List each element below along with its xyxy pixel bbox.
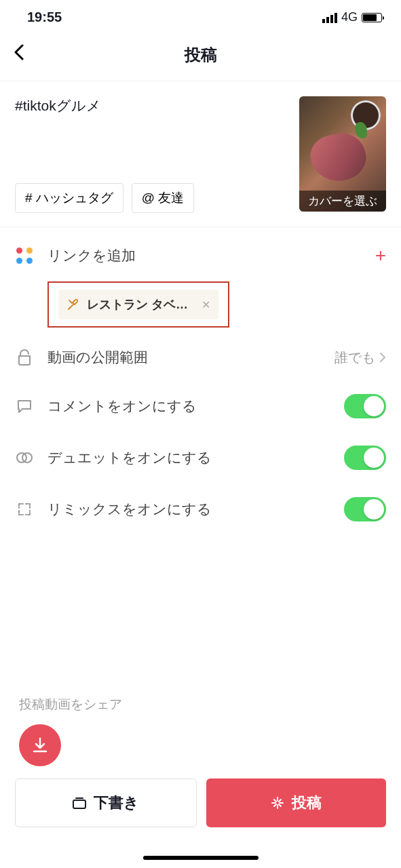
bottom-bar: 下書き 投稿	[0, 778, 401, 827]
caption-area: #tiktokグルメ # ハッシュタグ @ 友達 カバーを選ぶ	[0, 81, 401, 227]
mention-button[interactable]: @ 友達	[132, 183, 195, 213]
privacy-row[interactable]: 動画の公開範囲 誰でも	[0, 334, 401, 380]
signal-icon	[322, 12, 337, 23]
remix-label: リミックスをオンにする	[47, 500, 330, 519]
link-chip-label: レストラン タベ…	[87, 296, 188, 313]
draft-icon	[72, 796, 87, 810]
network-label: 4G	[341, 10, 358, 24]
sparkle-icon	[270, 795, 285, 810]
privacy-value: 誰でも	[335, 349, 375, 367]
comments-toggle[interactable]	[344, 394, 386, 418]
duet-row: デュエットをオンにする	[0, 432, 401, 484]
status-right: 4G	[322, 10, 382, 24]
draft-button[interactable]: 下書き	[15, 778, 197, 827]
add-link-label: リンクを追加	[47, 246, 362, 265]
link-chip-highlight: レストラン タベ… ✕	[47, 281, 229, 328]
status-time: 19:55	[27, 9, 62, 25]
cover-label: カバーを選ぶ	[299, 191, 386, 212]
battery-icon	[362, 13, 382, 22]
page-title: 投稿	[0, 44, 401, 66]
comment-icon	[15, 399, 34, 414]
close-icon[interactable]: ✕	[195, 298, 210, 311]
chevron-right-icon	[379, 352, 386, 363]
remix-icon	[15, 502, 34, 517]
add-link-row[interactable]: リンクを追加 +	[0, 231, 401, 280]
restaurant-icon	[66, 298, 80, 311]
remix-toggle[interactable]	[344, 497, 386, 521]
svg-rect-2	[73, 800, 85, 808]
link-dots-icon	[16, 248, 33, 264]
privacy-label: 動画の公開範囲	[47, 348, 321, 367]
duet-icon	[15, 451, 34, 465]
hashtag-button[interactable]: # ハッシュタグ	[15, 183, 123, 213]
link-chip[interactable]: レストラン タベ… ✕	[58, 290, 218, 319]
lock-icon	[15, 349, 34, 366]
home-indicator	[143, 856, 259, 860]
remix-row: リミックスをオンにする	[0, 484, 401, 535]
status-bar: 19:55 4G	[0, 0, 401, 32]
header: 投稿	[0, 32, 401, 81]
post-button[interactable]: 投稿	[206, 778, 387, 827]
plus-icon[interactable]: +	[375, 245, 386, 267]
post-label: 投稿	[292, 793, 322, 813]
duet-toggle[interactable]	[344, 446, 386, 470]
cover-thumbnail[interactable]: カバーを選ぶ	[299, 96, 386, 212]
share-label: 投稿動画をシェア	[19, 696, 382, 713]
draft-label: 下書き	[94, 793, 139, 813]
comments-row: コメントをオンにする	[0, 380, 401, 432]
share-section: 投稿動画をシェア	[0, 696, 401, 766]
download-button[interactable]	[19, 724, 61, 766]
duet-label: デュエットをオンにする	[47, 448, 330, 467]
back-button[interactable]	[14, 44, 24, 60]
comments-label: コメントをオンにする	[47, 397, 330, 416]
caption-input[interactable]: #tiktokグルメ	[15, 96, 288, 115]
